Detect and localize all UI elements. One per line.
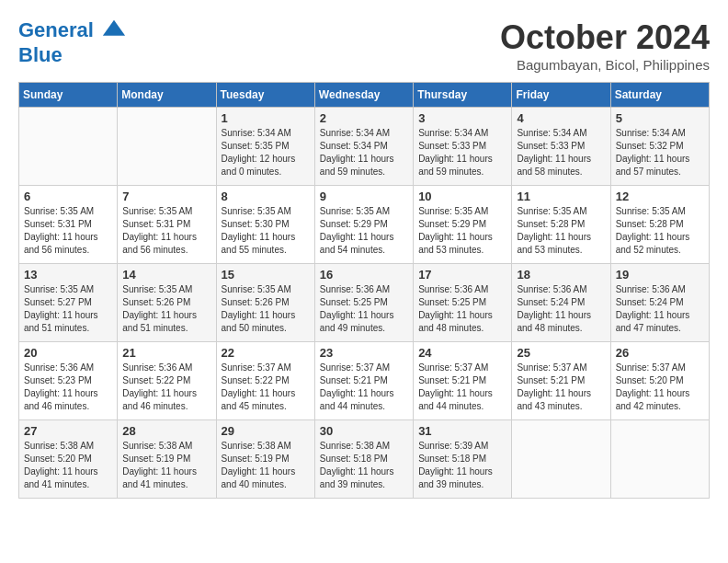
calendar-cell: 19Sunrise: 5:36 AM Sunset: 5:24 PM Dayli… (610, 264, 709, 342)
day-info: Sunrise: 5:37 AM Sunset: 5:22 PM Dayligh… (222, 362, 310, 413)
page-header: General Blue October 2024 Bagumbayan, Bi… (18, 18, 710, 73)
title-block: October 2024 Bagumbayan, Bicol, Philippi… (500, 18, 710, 73)
day-number: 15 (222, 268, 310, 282)
weekday-header: Friday (512, 83, 610, 108)
day-number: 20 (24, 346, 112, 360)
day-info: Sunrise: 5:39 AM Sunset: 5:18 PM Dayligh… (418, 440, 506, 491)
calendar-week-row: 27Sunrise: 5:38 AM Sunset: 5:20 PM Dayli… (19, 420, 710, 499)
calendar-cell: 30Sunrise: 5:38 AM Sunset: 5:18 PM Dayli… (314, 420, 413, 499)
calendar-cell: 27Sunrise: 5:38 AM Sunset: 5:20 PM Dayli… (19, 420, 118, 499)
calendar-cell: 17Sunrise: 5:36 AM Sunset: 5:25 PM Dayli… (414, 264, 512, 342)
day-info: Sunrise: 5:35 AM Sunset: 5:29 PM Dayligh… (418, 205, 506, 257)
day-info: Sunrise: 5:36 AM Sunset: 5:22 PM Dayligh… (122, 362, 210, 413)
day-number: 21 (122, 346, 210, 360)
calendar-cell: 15Sunrise: 5:35 AM Sunset: 5:26 PM Dayli… (216, 264, 314, 342)
day-info: Sunrise: 5:35 AM Sunset: 5:29 PM Dayligh… (320, 205, 408, 257)
logo: General Blue (18, 18, 127, 66)
day-number: 1 (222, 111, 310, 125)
day-info: Sunrise: 5:35 AM Sunset: 5:30 PM Dayligh… (222, 205, 310, 257)
location-subtitle: Bagumbayan, Bicol, Philippines (500, 57, 710, 73)
day-number: 12 (616, 190, 704, 203)
day-info: Sunrise: 5:37 AM Sunset: 5:20 PM Dayligh… (616, 362, 704, 413)
calendar-cell: 14Sunrise: 5:35 AM Sunset: 5:26 PM Dayli… (118, 264, 216, 342)
day-number: 28 (122, 424, 210, 438)
calendar-cell: 21Sunrise: 5:36 AM Sunset: 5:22 PM Dayli… (118, 342, 216, 420)
day-number: 5 (616, 111, 704, 125)
calendar-cell (118, 108, 216, 186)
calendar-week-row: 20Sunrise: 5:36 AM Sunset: 5:23 PM Dayli… (19, 342, 710, 420)
day-number: 9 (320, 190, 408, 203)
day-number: 6 (24, 190, 112, 203)
day-info: Sunrise: 5:34 AM Sunset: 5:34 PM Dayligh… (320, 127, 408, 178)
weekday-header: Saturday (610, 83, 709, 108)
day-info: Sunrise: 5:36 AM Sunset: 5:25 PM Dayligh… (418, 283, 506, 335)
weekday-header: Monday (118, 83, 216, 108)
calendar-cell: 3Sunrise: 5:34 AM Sunset: 5:33 PM Daylig… (414, 108, 512, 186)
day-number: 3 (418, 111, 506, 125)
calendar-cell: 6Sunrise: 5:35 AM Sunset: 5:31 PM Daylig… (19, 186, 118, 264)
day-info: Sunrise: 5:38 AM Sunset: 5:19 PM Dayligh… (122, 440, 210, 491)
calendar-cell: 10Sunrise: 5:35 AM Sunset: 5:29 PM Dayli… (414, 186, 512, 264)
day-number: 11 (517, 190, 605, 203)
calendar-cell: 18Sunrise: 5:36 AM Sunset: 5:24 PM Dayli… (512, 264, 610, 342)
day-number: 2 (320, 111, 408, 125)
day-info: Sunrise: 5:34 AM Sunset: 5:33 PM Dayligh… (418, 127, 506, 178)
day-info: Sunrise: 5:34 AM Sunset: 5:35 PM Dayligh… (222, 127, 310, 178)
calendar-cell: 13Sunrise: 5:35 AM Sunset: 5:27 PM Dayli… (19, 264, 118, 342)
calendar-cell: 7Sunrise: 5:35 AM Sunset: 5:31 PM Daylig… (118, 186, 216, 264)
day-info: Sunrise: 5:37 AM Sunset: 5:21 PM Dayligh… (418, 362, 506, 413)
calendar-header-row: SundayMondayTuesdayWednesdayThursdayFrid… (19, 83, 710, 108)
day-info: Sunrise: 5:36 AM Sunset: 5:25 PM Dayligh… (320, 283, 408, 335)
weekday-header: Wednesday (314, 83, 413, 108)
calendar-cell: 5Sunrise: 5:34 AM Sunset: 5:32 PM Daylig… (610, 108, 709, 186)
day-info: Sunrise: 5:35 AM Sunset: 5:28 PM Dayligh… (517, 205, 605, 257)
calendar-week-row: 1Sunrise: 5:34 AM Sunset: 5:35 PM Daylig… (19, 108, 710, 186)
day-info: Sunrise: 5:35 AM Sunset: 5:31 PM Dayligh… (24, 205, 112, 257)
day-info: Sunrise: 5:35 AM Sunset: 5:28 PM Dayligh… (616, 205, 704, 257)
day-info: Sunrise: 5:37 AM Sunset: 5:21 PM Dayligh… (517, 362, 605, 413)
calendar-week-row: 6Sunrise: 5:35 AM Sunset: 5:31 PM Daylig… (19, 186, 710, 264)
day-info: Sunrise: 5:38 AM Sunset: 5:19 PM Dayligh… (222, 440, 310, 491)
calendar-cell: 11Sunrise: 5:35 AM Sunset: 5:28 PM Dayli… (512, 186, 610, 264)
day-info: Sunrise: 5:35 AM Sunset: 5:26 PM Dayligh… (222, 283, 310, 335)
calendar-cell: 26Sunrise: 5:37 AM Sunset: 5:20 PM Dayli… (610, 342, 709, 420)
weekday-header: Tuesday (216, 83, 314, 108)
day-number: 30 (320, 424, 408, 438)
day-number: 13 (24, 268, 112, 282)
calendar-week-row: 13Sunrise: 5:35 AM Sunset: 5:27 PM Dayli… (19, 264, 710, 342)
day-info: Sunrise: 5:38 AM Sunset: 5:20 PM Dayligh… (24, 440, 112, 491)
day-info: Sunrise: 5:34 AM Sunset: 5:33 PM Dayligh… (517, 127, 605, 178)
day-number: 7 (122, 190, 210, 203)
calendar-cell: 4Sunrise: 5:34 AM Sunset: 5:33 PM Daylig… (512, 108, 610, 186)
day-number: 16 (320, 268, 408, 282)
calendar-cell: 24Sunrise: 5:37 AM Sunset: 5:21 PM Dayli… (414, 342, 512, 420)
calendar-cell: 25Sunrise: 5:37 AM Sunset: 5:21 PM Dayli… (512, 342, 610, 420)
day-number: 26 (616, 346, 704, 360)
day-number: 31 (418, 424, 506, 438)
calendar-cell: 9Sunrise: 5:35 AM Sunset: 5:29 PM Daylig… (314, 186, 413, 264)
month-title: October 2024 (500, 18, 710, 57)
calendar-cell: 29Sunrise: 5:38 AM Sunset: 5:19 PM Dayli… (216, 420, 314, 499)
calendar-cell: 2Sunrise: 5:34 AM Sunset: 5:34 PM Daylig… (314, 108, 413, 186)
day-number: 23 (320, 346, 408, 360)
day-number: 24 (418, 346, 506, 360)
day-number: 18 (517, 268, 605, 282)
weekday-header: Sunday (19, 83, 118, 108)
day-info: Sunrise: 5:35 AM Sunset: 5:26 PM Dayligh… (122, 283, 210, 335)
calendar-cell (512, 420, 610, 499)
day-number: 17 (418, 268, 506, 282)
day-number: 14 (122, 268, 210, 282)
logo-text: General Blue (18, 18, 127, 66)
calendar-cell: 8Sunrise: 5:35 AM Sunset: 5:30 PM Daylig… (216, 186, 314, 264)
day-number: 8 (222, 190, 310, 203)
calendar-cell: 23Sunrise: 5:37 AM Sunset: 5:21 PM Dayli… (314, 342, 413, 420)
calendar-cell (19, 108, 118, 186)
weekday-header: Thursday (414, 83, 512, 108)
day-info: Sunrise: 5:34 AM Sunset: 5:32 PM Dayligh… (616, 127, 704, 178)
day-info: Sunrise: 5:36 AM Sunset: 5:24 PM Dayligh… (616, 283, 704, 335)
day-number: 29 (222, 424, 310, 438)
day-info: Sunrise: 5:37 AM Sunset: 5:21 PM Dayligh… (320, 362, 408, 413)
calendar-cell: 16Sunrise: 5:36 AM Sunset: 5:25 PM Dayli… (314, 264, 413, 342)
day-number: 25 (517, 346, 605, 360)
calendar-cell: 28Sunrise: 5:38 AM Sunset: 5:19 PM Dayli… (118, 420, 216, 499)
